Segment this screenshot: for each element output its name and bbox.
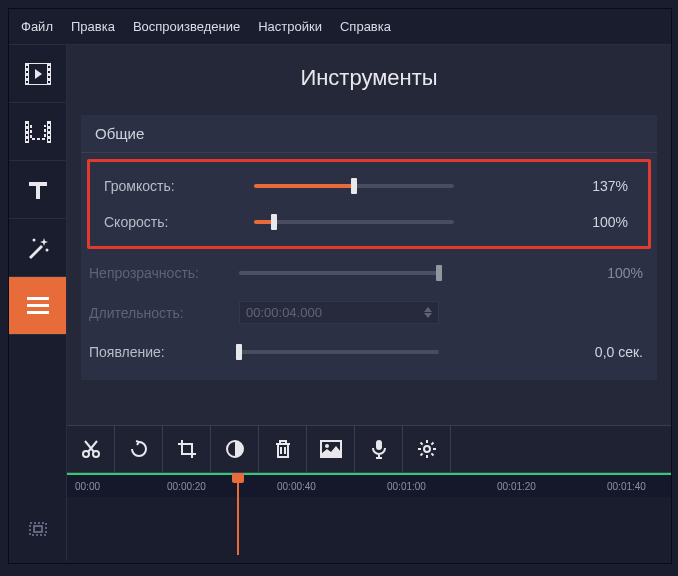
highlight-box: Громкость: 137% Скорость: 100% — [87, 159, 651, 249]
ruler-tick-1: 00:00:20 — [167, 481, 206, 492]
app-window: Файл Правка Воспроизведение Настройки Сп… — [8, 8, 672, 564]
opacity-slider[interactable] — [239, 271, 439, 275]
rotate-button[interactable] — [115, 426, 163, 472]
svg-rect-15 — [26, 134, 28, 136]
svg-rect-8 — [48, 71, 50, 73]
crop-icon — [177, 439, 197, 459]
svg-point-30 — [325, 444, 329, 448]
svg-rect-3 — [26, 66, 28, 68]
sidebar-media[interactable] — [9, 45, 66, 103]
svg-rect-5 — [26, 76, 28, 78]
svg-rect-25 — [27, 311, 49, 314]
volume-row: Громкость: 137% — [96, 168, 642, 204]
svg-rect-9 — [48, 76, 50, 78]
svg-rect-7 — [48, 66, 50, 68]
duration-label: Длительность: — [89, 305, 229, 321]
duration-input[interactable]: 00:00:04.000 — [239, 301, 439, 324]
menubar: Файл Правка Воспроизведение Настройки Сп… — [9, 9, 671, 45]
filmstrip-play-icon — [25, 63, 51, 85]
svg-rect-19 — [48, 134, 50, 136]
speed-label: Скорость: — [104, 214, 244, 230]
menu-edit[interactable]: Правка — [71, 19, 115, 34]
svg-rect-31 — [376, 440, 382, 450]
timeline-tracks[interactable] — [67, 497, 671, 561]
color-button[interactable] — [211, 426, 259, 472]
speed-slider[interactable] — [254, 220, 454, 224]
volume-label: Громкость: — [104, 178, 244, 194]
gear-icon — [417, 439, 437, 459]
svg-rect-13 — [26, 124, 28, 126]
appearance-value: 0,0 сек. — [569, 344, 649, 360]
main-area: Инструменты Общие Громкость: 137% Скорос… — [67, 45, 671, 561]
playhead[interactable] — [237, 475, 239, 555]
volume-value: 137% — [554, 178, 634, 194]
svg-rect-24 — [27, 304, 49, 307]
svg-rect-14 — [26, 129, 28, 131]
svg-point-32 — [424, 446, 430, 452]
svg-rect-20 — [48, 139, 50, 141]
menu-settings[interactable]: Настройки — [258, 19, 322, 34]
clip-toolbar — [67, 425, 671, 473]
speed-row: Скорость: 100% — [96, 204, 642, 240]
opacity-label: Непрозрачность: — [89, 265, 229, 281]
track-header[interactable] — [9, 497, 67, 561]
duration-row: Длительность: 00:00:04.000 — [81, 291, 657, 334]
svg-rect-18 — [48, 129, 50, 131]
cut-button[interactable] — [67, 426, 115, 472]
volume-slider[interactable] — [254, 184, 454, 188]
sidebar-tools[interactable] — [9, 277, 66, 335]
ruler-tick-5: 00:01:40 — [607, 481, 646, 492]
sidebar-text[interactable] — [9, 161, 66, 219]
delete-button[interactable] — [259, 426, 307, 472]
appearance-slider[interactable] — [239, 350, 439, 354]
opacity-row: Непрозрачность: 100% — [81, 255, 657, 291]
duration-value: 00:00:04.000 — [246, 305, 322, 320]
panel-header: Общие — [81, 115, 657, 153]
cpu-icon — [27, 520, 49, 538]
svg-rect-23 — [27, 297, 49, 300]
filmstrip-cut-icon — [25, 121, 51, 143]
speed-value: 100% — [554, 214, 634, 230]
page-title: Инструменты — [67, 45, 671, 115]
opacity-value: 100% — [569, 265, 649, 281]
menu-help[interactable]: Справка — [340, 19, 391, 34]
ruler-tick-0: 00:00 — [75, 481, 100, 492]
trash-icon — [274, 439, 292, 459]
duration-stepper[interactable] — [424, 307, 432, 318]
ruler-tick-3: 00:01:00 — [387, 481, 426, 492]
menu-playback[interactable]: Воспроизведение — [133, 19, 240, 34]
appearance-row: Появление: 0,0 сек. — [81, 334, 657, 370]
microphone-icon — [372, 439, 386, 459]
general-panel: Общие Громкость: 137% Скорость: — [81, 115, 657, 380]
magic-wand-icon — [26, 236, 50, 260]
rotate-icon — [129, 439, 149, 459]
svg-rect-34 — [34, 526, 42, 532]
ruler-tick-4: 00:01:20 — [497, 481, 536, 492]
image-button[interactable] — [307, 426, 355, 472]
contrast-icon — [225, 439, 245, 459]
svg-rect-4 — [26, 71, 28, 73]
clip-settings-button[interactable] — [403, 426, 451, 472]
menu-file[interactable]: Файл — [21, 19, 53, 34]
record-button[interactable] — [355, 426, 403, 472]
scissors-icon — [81, 439, 101, 459]
svg-rect-16 — [26, 139, 28, 141]
ruler-tick-2: 00:00:40 — [277, 481, 316, 492]
svg-point-21 — [32, 238, 35, 241]
svg-point-22 — [45, 248, 48, 251]
svg-rect-33 — [30, 523, 46, 535]
sidebar — [9, 45, 67, 561]
svg-rect-10 — [48, 81, 50, 83]
text-icon — [27, 179, 49, 201]
sidebar-effects[interactable] — [9, 219, 66, 277]
crop-button[interactable] — [163, 426, 211, 472]
svg-rect-17 — [48, 124, 50, 126]
appearance-label: Появление: — [89, 344, 229, 360]
image-icon — [320, 440, 342, 458]
timeline-ruler[interactable]: 00:00 00:00:20 00:00:40 00:01:00 00:01:2… — [67, 473, 671, 497]
sidebar-filters[interactable] — [9, 103, 66, 161]
menu-lines-icon — [27, 297, 49, 315]
svg-rect-6 — [26, 81, 28, 83]
